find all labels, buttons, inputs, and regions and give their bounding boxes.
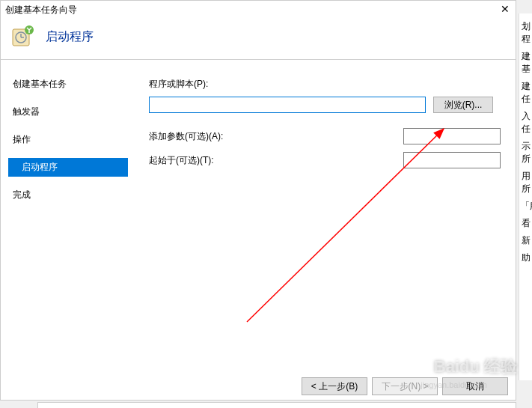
sidebar: 创建基本任务 触发器 操作 启动程序 完成 — [1, 60, 128, 369]
args-input[interactable] — [403, 128, 501, 144]
dialog-title: 创建基本任务向导 — [5, 4, 77, 16]
sidebar-item-create-task[interactable]: 创建基本任务 — [8, 75, 128, 94]
wizard-icon — [11, 25, 35, 49]
bottom-fragment — [37, 402, 516, 408]
content-area: 程序或脚本(P): 浏览(R)... 添加参数(可选)(A): 起始于(可选)(… — [128, 60, 516, 369]
program-input[interactable] — [149, 97, 426, 113]
cancel-button[interactable]: 取消 — [442, 377, 508, 395]
dialog-header: 启动程序 — [1, 19, 516, 59]
sidebar-item-start-program[interactable]: 启动程序 — [8, 158, 128, 177]
dialog-body: 创建基本任务 触发器 操作 启动程序 完成 程序或脚本(P): 浏览(R)...… — [1, 60, 516, 369]
sidebar-item-action[interactable]: 操作 — [8, 130, 128, 149]
sidebar-item-finish[interactable]: 完成 — [8, 186, 128, 204]
sidebar-item-trigger[interactable]: 触发器 — [8, 103, 128, 121]
page-title: 启动程序 — [46, 29, 94, 45]
close-icon[interactable]: ✕ — [501, 3, 510, 15]
wizard-dialog: 创建基本任务向导 ✕ 启动程序 创建基本任务 触发器 操作 启动程序 完成 — [0, 0, 516, 401]
footer-buttons: < 上一步(B) 下一步(N) > 取消 — [302, 377, 508, 395]
back-button[interactable]: < 上一步(B) — [302, 377, 367, 395]
program-label: 程序或脚本(P): — [149, 78, 254, 91]
startin-label: 起始于(可选)(T): — [149, 154, 214, 167]
args-label: 添加参数(可选)(A): — [149, 130, 223, 143]
title-bar: 创建基本任务向导 ✕ — [1, 1, 516, 19]
startin-input[interactable] — [403, 152, 501, 168]
next-button: 下一步(N) > — [372, 377, 438, 395]
browse-button[interactable]: 浏览(R)... — [433, 97, 493, 113]
right-panel-fragment: 划程 建基 建任 入任 示所 用所 「服 看 新 助 — [519, 13, 532, 380]
